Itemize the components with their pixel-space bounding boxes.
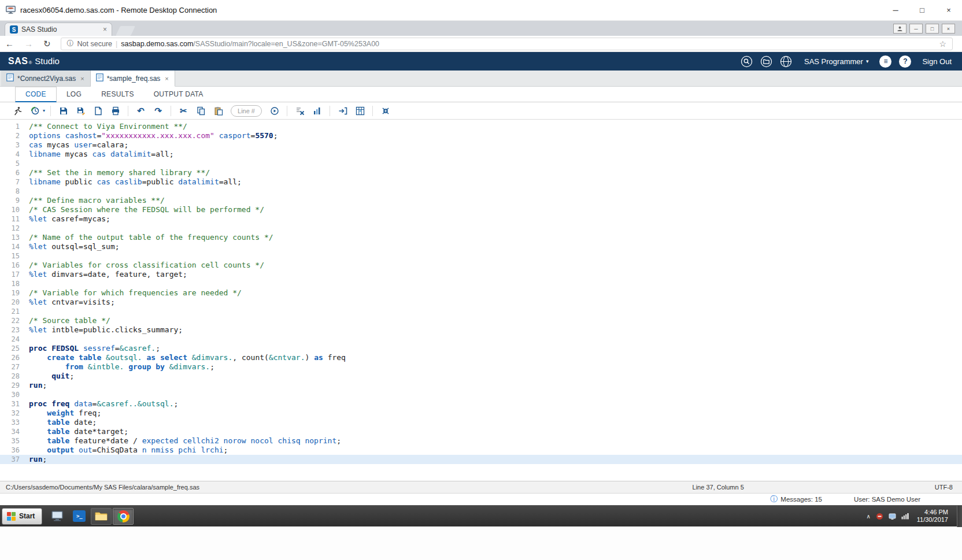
taskbar-computer-icon[interactable] [47,508,68,525]
messages-info-icon[interactable]: ⓘ [770,494,778,505]
tab-output-data[interactable]: OUTPUT DATA [144,87,213,102]
code-line[interactable]: 1/** Connect to Viya Environment **/ [0,122,962,131]
print-icon[interactable] [108,104,123,118]
code-line[interactable]: 6/** Set the in memory shared library **… [0,168,962,177]
code-line[interactable]: 21 [0,307,962,316]
code-line[interactable]: 12 [0,224,962,233]
code-line[interactable]: 13/* Name of the output table of the fre… [0,233,962,242]
history-caret-icon[interactable]: ▾ [43,108,45,113]
copy-icon[interactable] [194,104,208,118]
not-secure-info-icon[interactable]: ⓘ [67,39,74,49]
show-desktop-button[interactable] [957,506,962,527]
code-line[interactable]: 9/** Define macro variables **/ [0,196,962,205]
code-line[interactable]: 18 [0,279,962,288]
tray-status-icon[interactable] [876,513,883,520]
submit-program-icon[interactable] [10,104,25,118]
code-line[interactable]: 25proc FEDSQL sessref=&casref.; [0,344,962,353]
doc-tab-sample-freq[interactable]: *sample_freq.sas × [91,71,175,87]
code-line[interactable]: 16/* Variables for cross classification … [0,261,962,270]
code-line[interactable]: 24 [0,335,962,344]
open-program-icon[interactable] [91,104,105,118]
code-line[interactable]: 37run; [0,455,962,464]
doc-tab-connect2viya[interactable]: *Connect2Viya.sas × [1,71,91,86]
browser-profile-icon[interactable] [893,24,906,34]
tab-close-icon[interactable]: × [103,25,107,34]
code-line[interactable]: 36 output out=ChiSqData n nmiss pchi lrc… [0,446,962,455]
code-line[interactable]: 10/* CAS Session where the FEDSQL will b… [0,205,962,214]
code-line[interactable]: 11%let casref=mycas; [0,214,962,224]
code-line[interactable]: 20%let cntvar=visits; [0,298,962,307]
tab-code[interactable]: CODE [15,87,57,102]
clear-code-icon[interactable] [293,104,307,118]
redo-icon[interactable]: ↷ [151,104,165,118]
code-editor[interactable]: 1/** Connect to Viya Environment **/2opt… [0,120,962,481]
doc-tab-close-icon[interactable]: × [80,75,84,82]
menu-icon[interactable]: ≡ [879,55,891,68]
code-line[interactable]: 3cas mycas user=calara; [0,140,962,150]
code-line[interactable]: 27 from &intble. group by &dimvars.; [0,362,962,372]
sign-out-button[interactable]: Sign Out [922,57,952,66]
hidden-icons-chevron[interactable]: ∧ [866,513,870,520]
forward-button[interactable]: → [19,39,38,49]
tray-app-icon[interactable] [889,513,896,520]
code-line[interactable]: 4libname mycas cas datalimit=all; [0,150,962,159]
code-line[interactable]: 2options cashost="xxxxxxxxxxx.xxx.xxx.co… [0,131,962,140]
doc-tab-close-icon[interactable]: × [165,75,168,82]
code-line[interactable]: 19/* Variable for which frequencies are … [0,288,962,298]
save-icon[interactable] [56,104,71,118]
bookmark-star-icon[interactable]: ☆ [939,39,946,49]
code-line[interactable]: 26 create table &outsql. as select &dimv… [0,353,962,362]
code-line[interactable]: 33 table date; [0,418,962,427]
help-icon[interactable]: ? [899,55,911,68]
code-line[interactable]: 29run; [0,381,962,390]
code-line[interactable]: 5 [0,159,962,168]
code-line[interactable]: 30 [0,390,962,399]
refresh-button[interactable]: ↻ [38,39,56,49]
code-area[interactable]: 1/** Connect to Viya Environment **/2opt… [0,122,962,464]
messages-count[interactable]: Messages: 15 [780,496,822,503]
browser-restore-button[interactable]: □ [926,24,939,34]
code-line[interactable]: 15 [0,251,962,261]
folder-icon[interactable] [760,55,772,68]
taskbar-chrome-icon[interactable] [113,508,134,525]
code-line[interactable]: 22/* Source table */ [0,316,962,325]
tab-results[interactable]: RESULTS [91,87,144,102]
code-line[interactable]: 23%let intble=public.clicks_summary; [0,325,962,335]
save-as-icon[interactable] [73,104,88,118]
goto-line-icon[interactable] [267,104,282,118]
window-close-button[interactable]: × [935,0,962,21]
network-icon[interactable] [901,513,909,520]
undo-icon[interactable]: ↶ [134,104,148,118]
tab-log[interactable]: LOG [57,87,91,102]
code-line[interactable]: 31proc freq data=&casref..&outsql.; [0,399,962,409]
code-line[interactable]: 14%let outsql=sql_sum; [0,242,962,251]
maximize-view-icon[interactable] [378,104,393,118]
back-button[interactable]: ← [0,39,19,49]
taskbar-clock[interactable]: 4:46 PM 11/30/2017 [917,509,948,524]
browser-close-button[interactable]: × [942,24,955,34]
code-line[interactable]: 8 [0,187,962,196]
code-line[interactable]: 7libname public cas caslib=public datali… [0,177,962,187]
editor-settings-icon[interactable] [353,104,367,118]
browser-minimize-button[interactable]: ─ [909,24,923,34]
cut-icon[interactable]: ✂ [176,104,191,118]
taskbar-powershell-icon[interactable]: >_ [69,508,90,525]
paste-icon[interactable] [211,104,225,118]
globe-icon[interactable] [780,55,792,68]
taskbar-folder-icon[interactable] [91,508,112,525]
start-button[interactable]: Start [2,508,42,525]
new-tab-button[interactable] [116,26,135,36]
code-line[interactable]: 32 weight freq; [0,409,962,418]
analyze-program-icon[interactable] [310,104,324,118]
code-line[interactable]: 17%let dimvars=date, feature, target; [0,270,962,279]
goto-line-input[interactable] [231,105,262,117]
batch-submit-icon[interactable] [335,104,350,118]
browser-tab[interactable]: S SAS Studio × [5,23,112,36]
window-maximize-button[interactable]: □ [909,0,935,21]
code-line[interactable]: 34 table date*target; [0,427,962,436]
url-bar[interactable]: ⓘ Not secure | sasbap.demo.sas.com/SASSt… [61,38,953,50]
user-menu[interactable]: SAS Programmer ▾ [804,57,868,66]
search-icon[interactable] [741,55,753,68]
window-minimize-button[interactable]: ─ [882,0,909,21]
submission-history-icon[interactable] [28,104,42,118]
